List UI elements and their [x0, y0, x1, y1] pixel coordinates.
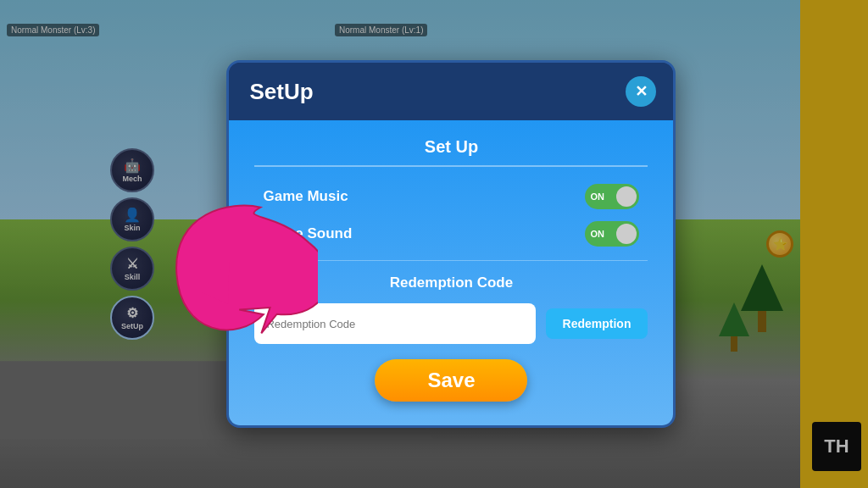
- game-sound-toggle[interactable]: ON: [585, 221, 639, 247]
- section-title: Set Up: [254, 137, 648, 167]
- redemption-section-title: Redemption Code: [254, 274, 648, 291]
- game-sound-row: Game Sound ON: [254, 221, 648, 247]
- game-music-label: Game Music: [263, 188, 348, 205]
- game-sound-toggle-label: ON: [590, 229, 604, 239]
- save-button[interactable]: Save: [375, 359, 527, 402]
- redemption-code-input[interactable]: [254, 303, 535, 344]
- close-button[interactable]: ✕: [626, 76, 656, 107]
- modal-header: SetUp ✕: [229, 63, 673, 120]
- game-music-row: Game Music ON: [254, 184, 648, 209]
- redemption-row: Redemption: [254, 303, 648, 344]
- game-sound-label: Game Sound: [263, 225, 352, 242]
- game-music-toggle[interactable]: ON: [585, 184, 639, 209]
- game-music-toggle-knob: [616, 186, 637, 207]
- divider: [254, 260, 648, 261]
- modal-body: Set Up Game Music ON Game Sound ON: [229, 120, 673, 425]
- game-music-toggle-label: ON: [590, 191, 604, 202]
- game-music-toggle-track: ON: [585, 184, 639, 209]
- redemption-button[interactable]: Redemption: [546, 308, 648, 339]
- game-sound-toggle-track: ON: [585, 221, 639, 247]
- modal-title: SetUp: [249, 79, 313, 105]
- game-sound-toggle-knob: [616, 224, 637, 244]
- setup-modal: SetUp ✕ Set Up Game Music ON Game Sound …: [226, 60, 676, 428]
